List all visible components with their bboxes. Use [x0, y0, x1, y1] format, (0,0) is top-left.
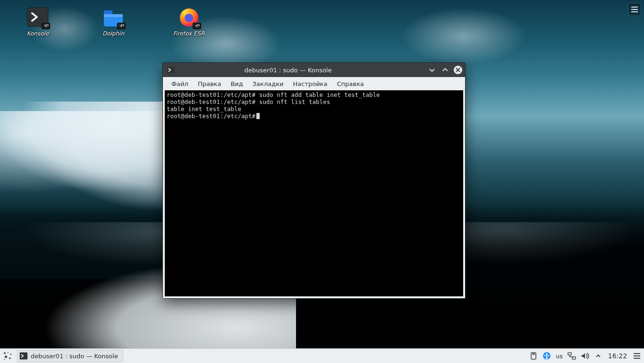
plasma-launcher-icon	[3, 351, 12, 361]
window-titlebar[interactable]: debuser01 : sudo — Konsole	[163, 63, 465, 77]
tray-accessibility-icon[interactable]	[542, 352, 551, 360]
hamburger-icon	[631, 7, 638, 12]
taskbar-left: debuser01 : sudo — Konsole	[0, 349, 123, 363]
svg-point-16	[546, 353, 548, 355]
terminal-cursor	[256, 113, 260, 119]
firefox-icon	[178, 6, 200, 28]
konsole-icon	[26, 6, 49, 28]
hamburger-icon	[634, 353, 640, 359]
tray-network-icon[interactable]	[568, 352, 576, 360]
konsole-icon	[19, 352, 28, 360]
desktop-icon-label: Konsole	[27, 30, 49, 37]
terminal-frame: root@deb-test01:/etc/apt# sudo nft add t…	[163, 90, 465, 298]
terminal-line: root@deb-test01:/etc/apt#	[167, 112, 461, 120]
terminal-line: root@deb-test01:/etc/apt# sudo nft add t…	[167, 91, 461, 98]
taskbar-clock[interactable]: 16:22	[607, 352, 628, 360]
chevron-up-icon	[442, 67, 449, 73]
svg-point-11	[4, 359, 5, 360]
window-app-icon	[165, 66, 177, 74]
tray-volume-icon[interactable]	[581, 352, 589, 360]
shortcut-emblem-icon	[117, 23, 126, 29]
tray-expand-button[interactable]	[594, 352, 602, 360]
svg-rect-18	[572, 357, 576, 359]
window-minimize-button[interactable]	[427, 65, 437, 75]
shortcut-emblem-icon	[193, 23, 201, 29]
taskbar: debuser01 : sudo — Konsole us 16:22	[0, 348, 644, 363]
terminal-output: table inet test_table	[167, 105, 241, 112]
desktop-icon-konsole[interactable]: Konsole	[15, 6, 60, 37]
window-maximize-button[interactable]	[441, 65, 450, 75]
taskbar-hamburger-button[interactable]	[633, 352, 641, 360]
svg-point-4	[185, 14, 193, 22]
terminal-command: sudo nft add table inet test_table	[255, 91, 380, 98]
terminal-line: root@deb-test01:/etc/apt# sudo nft list …	[167, 98, 461, 105]
close-icon	[456, 68, 460, 72]
terminal-prompt: root@deb-test01:/etc/apt#	[167, 91, 255, 98]
svg-point-7	[8, 352, 8, 353]
desktop-icon-dolphin[interactable]: Dolphin	[91, 6, 136, 37]
window-close-button[interactable]	[454, 66, 462, 74]
desktop-icons: Konsole Dolphin Firefox ESR	[15, 6, 212, 37]
menu-file[interactable]: Файл	[167, 78, 193, 89]
menu-view[interactable]: Вид	[226, 78, 247, 89]
svg-point-10	[9, 357, 10, 359]
svg-point-8	[10, 354, 11, 355]
menu-edit[interactable]: Правка	[193, 78, 226, 89]
desktop-icon-label: Dolphin	[102, 30, 124, 37]
panel-hamburger-button[interactable]	[628, 3, 641, 16]
shortcut-emblem-icon	[42, 23, 50, 29]
terminal-prompt: root@deb-test01:/etc/apt#	[167, 98, 255, 105]
svg-rect-14	[532, 354, 534, 355]
terminal-command: sudo nft list tables	[255, 98, 330, 105]
application-launcher-button[interactable]	[0, 349, 15, 363]
konsole-window: debuser01 : sudo — Konsole Файл Правка В…	[162, 62, 466, 299]
menu-settings[interactable]: Настройка	[288, 78, 332, 89]
chevron-down-icon	[429, 67, 435, 73]
window-controls	[427, 65, 462, 75]
desktop-icon-label: Firefox ESR	[173, 30, 204, 37]
system-tray: us 16:22	[529, 349, 644, 363]
menu-bookmarks[interactable]: Закладки	[248, 78, 288, 89]
desktop-icon-firefox[interactable]: Firefox ESR	[166, 6, 212, 37]
svg-rect-2	[104, 10, 112, 14]
dolphin-icon	[102, 6, 125, 28]
taskbar-task-label: debuser01 : sudo — Konsole	[31, 353, 118, 360]
svg-point-6	[4, 352, 6, 354]
svg-rect-17	[568, 353, 571, 355]
svg-point-9	[5, 355, 7, 358]
tray-keyboard-layout[interactable]: us	[556, 353, 563, 360]
terminal-area[interactable]: root@deb-test01:/etc/apt# sudo nft add t…	[165, 90, 463, 296]
menu-help[interactable]: Справка	[332, 78, 368, 89]
terminal-prompt: root@deb-test01:/etc/apt#	[167, 112, 255, 120]
taskbar-task-konsole[interactable]: debuser01 : sudo — Konsole	[17, 350, 123, 362]
terminal-line: table inet test_table	[167, 105, 461, 112]
window-title: debuser01 : sudo — Konsole	[177, 67, 427, 74]
window-menubar: Файл Правка Вид Закладки Настройка Справ…	[163, 77, 465, 90]
tray-removable-media-icon[interactable]	[529, 352, 538, 360]
chevron-up-icon	[595, 353, 601, 359]
